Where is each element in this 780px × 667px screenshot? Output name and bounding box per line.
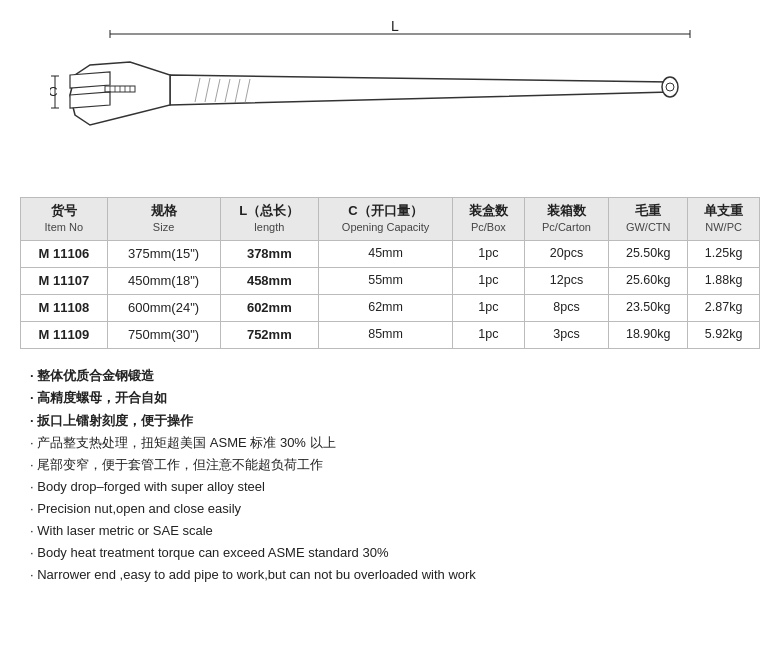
cell-pccarton: 12pcs — [524, 267, 608, 294]
cell-length: 458mm — [220, 267, 319, 294]
table-section: 货号 Item No 规格 Size L（总长） length C（开口量） O… — [20, 197, 760, 349]
cell-gw: 25.60kg — [609, 267, 688, 294]
cell-pcbox: 1pc — [452, 294, 524, 321]
cell-length: 378mm — [220, 240, 319, 267]
product-table: 货号 Item No 规格 Size L（总长） length C（开口量） O… — [20, 197, 760, 349]
cell-gw: 23.50kg — [609, 294, 688, 321]
feature-item: 扳口上镭射刻度，便于操作 — [30, 410, 750, 432]
feature-item: With laser metric or SAE scale — [30, 520, 750, 542]
col-header-nw: 单支重 NW/PC — [688, 198, 760, 241]
col-header-size: 规格 Size — [107, 198, 220, 241]
cell-opening: 85mm — [319, 322, 453, 349]
svg-text:L: L — [391, 20, 399, 34]
cell-pccarton: 8pcs — [524, 294, 608, 321]
cell-nw: 1.88kg — [688, 267, 760, 294]
col-header-opening: C（开口量） Opening Capacity — [319, 198, 453, 241]
feature-item: 产品整支热处理，扭矩超美国 ASME 标准 30% 以上 — [30, 432, 750, 454]
cell-item-no: M 11107 — [21, 267, 108, 294]
cell-size: 375mm(15") — [107, 240, 220, 267]
feature-item: 尾部变窄，便于套管工作，但注意不能超负荷工作 — [30, 454, 750, 476]
col-header-pcbox: 装盒数 Pc/Box — [452, 198, 524, 241]
cell-size: 450mm(18") — [107, 267, 220, 294]
diagram-section: L — [20, 10, 760, 189]
feature-item: Body heat treatment torque can exceed AS… — [30, 542, 750, 564]
feature-item: Narrower end ,easy to add pipe to work,b… — [30, 564, 750, 586]
cell-opening: 55mm — [319, 267, 453, 294]
cell-nw: 2.87kg — [688, 294, 760, 321]
wrench-diagram: L — [50, 20, 730, 183]
table-row: M 11107 450mm(18") 458mm 55mm 1pc 12pcs … — [21, 267, 760, 294]
col-header-item: 货号 Item No — [21, 198, 108, 241]
col-header-pccarton: 装箱数 Pc/Carton — [524, 198, 608, 241]
cell-item-no: M 11109 — [21, 322, 108, 349]
feature-item: 整体优质合金钢锻造 — [30, 365, 750, 387]
cell-nw: 5.92kg — [688, 322, 760, 349]
col-header-length: L（总长） length — [220, 198, 319, 241]
feature-item: Precision nut,open and close easily — [30, 498, 750, 520]
table-row: M 11109 750mm(30") 752mm 85mm 1pc 3pcs 1… — [21, 322, 760, 349]
cell-pccarton: 20pcs — [524, 240, 608, 267]
table-row: M 11108 600mm(24") 602mm 62mm 1pc 8pcs 2… — [21, 294, 760, 321]
cell-pcbox: 1pc — [452, 267, 524, 294]
cell-length: 602mm — [220, 294, 319, 321]
features-list: 整体优质合金钢锻造高精度螺母，开合自如扳口上镭射刻度，便于操作产品整支热处理，扭… — [30, 365, 750, 586]
table-row: M 11106 375mm(15") 378mm 45mm 1pc 20pcs … — [21, 240, 760, 267]
feature-item: Body drop–forged with super alloy steel — [30, 476, 750, 498]
cell-gw: 18.90kg — [609, 322, 688, 349]
svg-point-4 — [662, 77, 678, 97]
cell-pcbox: 1pc — [452, 322, 524, 349]
cell-gw: 25.50kg — [609, 240, 688, 267]
svg-text:C: C — [50, 84, 58, 99]
features-section: 整体优质合金钢锻造高精度螺母，开合自如扳口上镭射刻度，便于操作产品整支热处理，扭… — [20, 365, 760, 586]
cell-item-no: M 11106 — [21, 240, 108, 267]
cell-pcbox: 1pc — [452, 240, 524, 267]
cell-nw: 1.25kg — [688, 240, 760, 267]
cell-opening: 62mm — [319, 294, 453, 321]
cell-size: 600mm(24") — [107, 294, 220, 321]
cell-opening: 45mm — [319, 240, 453, 267]
col-header-gw: 毛重 GW/CTN — [609, 198, 688, 241]
cell-item-no: M 11108 — [21, 294, 108, 321]
page-wrapper: L — [0, 0, 780, 596]
cell-length: 752mm — [220, 322, 319, 349]
cell-pccarton: 3pcs — [524, 322, 608, 349]
cell-size: 750mm(30") — [107, 322, 220, 349]
feature-item: 高精度螺母，开合自如 — [30, 387, 750, 409]
